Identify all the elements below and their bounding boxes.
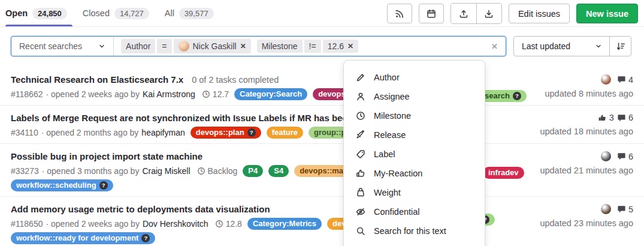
state-tab-all[interactable]: All 39,577 xyxy=(157,0,222,26)
opened-text: · opened 2 weeks ago by xyxy=(46,89,139,99)
remove-token-icon[interactable]: ✕ xyxy=(240,42,246,50)
comment-solid-icon xyxy=(617,205,626,214)
issue-title-link[interactable]: Add memory usage metric to deployments d… xyxy=(11,204,270,214)
state-tab-open[interactable]: Open 24,850 xyxy=(5,0,75,26)
upvote-count: 3 xyxy=(609,113,614,122)
tab-label: Open xyxy=(5,8,28,18)
label-pill[interactable]: workflow::scheduling? xyxy=(11,179,113,191)
search-icon xyxy=(356,226,365,236)
comments[interactable]: 5 xyxy=(617,205,633,214)
label-text: devops::plan xyxy=(196,127,244,139)
author-link[interactable]: Kai Armstrong xyxy=(143,89,195,99)
menu-item-label: My-Reaction xyxy=(374,169,422,178)
filter-suggestions-menu: Author Assignee Milestone Release Label … xyxy=(343,60,485,246)
menu-item-my-reaction[interactable]: My-Reaction xyxy=(344,164,485,183)
issue-right-meta: 5 updated 23 minutes ago xyxy=(540,204,633,228)
issue-row: Possible bug in project import state mac… xyxy=(0,144,644,197)
menu-item-label: Confidential xyxy=(374,207,420,217)
menu-item-label: Weight xyxy=(374,188,401,197)
issue-ref: #33273 xyxy=(11,166,39,176)
label-icon xyxy=(356,149,365,159)
clear-search-icon[interactable]: ✕ xyxy=(491,42,506,51)
filter-token[interactable]: Milestone != 12.6 ✕ xyxy=(257,40,358,53)
label-pill[interactable]: devops::plan? xyxy=(191,127,261,139)
label-pill[interactable]: feature xyxy=(267,127,303,139)
milestone[interactable]: 12.7 xyxy=(202,89,229,99)
assignee-avatar[interactable] xyxy=(601,204,611,214)
label-text: P4 xyxy=(248,165,258,177)
recent-searches-dropdown[interactable]: Recent searches xyxy=(11,37,114,56)
label-pill[interactable]: S4 xyxy=(268,165,289,177)
author-link[interactable]: Craig Miskell xyxy=(142,166,190,176)
issue-title-link[interactable]: Labels of Merge Request are not synchron… xyxy=(11,113,364,123)
chevron-down-icon xyxy=(594,42,603,50)
comments[interactable]: 6 xyxy=(617,152,633,161)
label-text: Category:Search xyxy=(240,88,302,100)
milestone-title: Backlog xyxy=(208,166,238,176)
comments[interactable]: 6 xyxy=(617,113,633,122)
menu-item-milestone[interactable]: Milestone xyxy=(344,106,485,125)
token-operator: != xyxy=(304,40,321,53)
import-issues-button[interactable] xyxy=(476,4,501,23)
label-pill[interactable]: Category:Search xyxy=(234,88,307,100)
opened-text: · opened 2 weeks ago by xyxy=(46,219,139,229)
upvotes[interactable]: 3 xyxy=(598,113,614,122)
toolbar: Edit issues New issue xyxy=(387,3,638,24)
issue-row: Technical Research on Elasticsearch 7.x … xyxy=(0,67,644,106)
menu-item-release[interactable]: Release xyxy=(344,125,485,145)
label-text: S4 xyxy=(274,165,283,177)
sort-direction-button[interactable] xyxy=(609,37,631,56)
label-pill[interactable]: infradev xyxy=(483,167,524,179)
issue-row: Labels of Merge Request are not synchron… xyxy=(0,106,644,144)
weight-icon xyxy=(356,188,365,197)
menu-item-assignee[interactable]: Assignee xyxy=(344,87,485,106)
tab-count-badge: 14,727 xyxy=(114,8,149,19)
assignee-avatar[interactable] xyxy=(601,151,611,161)
task-status: 0 of 2 tasks completed xyxy=(192,75,279,85)
menu-item-weight[interactable]: Weight xyxy=(344,183,485,202)
filter-token[interactable]: Author = Nick Gaskill ✕ xyxy=(121,39,251,53)
token-operator: = xyxy=(157,39,171,53)
rss-button[interactable] xyxy=(387,4,412,23)
issue-ref: #34110 xyxy=(11,128,38,137)
sort-dropdown[interactable]: Last updated xyxy=(514,37,609,56)
clock-icon xyxy=(356,111,365,121)
issue-title-link[interactable]: Technical Research on Elasticsearch 7.x xyxy=(11,74,183,85)
milestone[interactable]: 12.8 xyxy=(215,219,242,229)
new-issue-button[interactable]: New issue xyxy=(576,4,638,23)
label-pill[interactable]: P4 xyxy=(243,165,263,177)
label-pill[interactable]: search? xyxy=(479,90,527,102)
assignee-avatar[interactable] xyxy=(601,74,611,85)
remove-token-icon[interactable]: ✕ xyxy=(347,42,353,50)
rss-icon xyxy=(395,9,404,19)
label-text: search xyxy=(485,90,510,102)
avatar xyxy=(179,41,189,52)
updated-timestamp: updated 23 minutes ago xyxy=(540,218,633,228)
eye-slash-icon xyxy=(356,207,365,217)
label-pill[interactable]: workflow::ready for development? xyxy=(11,232,155,244)
calendar-button[interactable] xyxy=(419,4,444,23)
export-issues-button[interactable] xyxy=(451,4,476,23)
menu-item-label: Milestone xyxy=(374,111,411,121)
menu-item-label: Author xyxy=(374,73,400,82)
milestone-title: 12.8 xyxy=(226,219,242,229)
state-tab-closed[interactable]: Closed 14,727 xyxy=(75,0,157,26)
issue-title-link[interactable]: Possible bug in project import state mac… xyxy=(11,151,202,161)
author-link[interactable]: Dov Hershkovitch xyxy=(143,219,208,229)
filtered-search-bar[interactable]: Recent searches Author = Nick Gaskill ✕ … xyxy=(11,36,506,56)
label-text: workflow::scheduling xyxy=(16,179,96,191)
label-text: feature xyxy=(272,127,298,139)
pencil-icon xyxy=(356,73,365,82)
author-link[interactable]: heapifyman xyxy=(141,128,185,137)
menu-item-label[interactable]: Label xyxy=(344,145,485,164)
menu-item-confidential[interactable]: Confidential xyxy=(344,202,485,221)
comments[interactable]: 4 xyxy=(617,75,633,85)
menu-item-author[interactable]: Author xyxy=(344,68,485,87)
updated-timestamp: updated 8 minutes ago xyxy=(545,89,633,98)
milestone[interactable]: Backlog xyxy=(197,166,238,176)
edit-issues-button[interactable]: Edit issues xyxy=(509,4,570,23)
comment-solid-icon xyxy=(617,75,626,84)
menu-item-search-for-this-text[interactable]: Search for this text xyxy=(344,221,485,241)
label-pill[interactable]: Category:Metrics xyxy=(247,218,322,230)
token-value: 12.6 ✕ xyxy=(323,40,358,53)
